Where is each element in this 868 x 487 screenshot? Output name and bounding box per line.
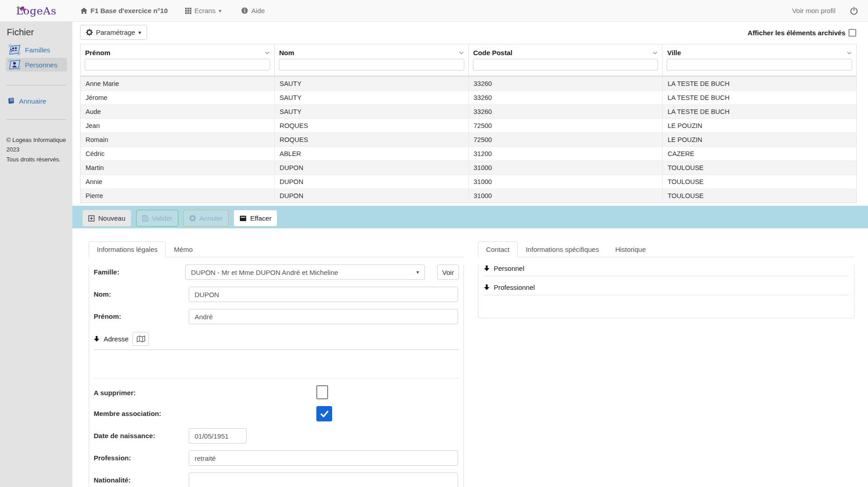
copyright-line1: © Logeas Informatique 2023 (6, 135, 66, 155)
prenom-label: Prénom: (94, 309, 189, 320)
column-label: Nom (279, 49, 294, 57)
filter-input-nom[interactable] (279, 59, 464, 71)
tab-informations-legales[interactable]: Informations légales (89, 241, 166, 257)
sidebar-divider (6, 119, 66, 120)
action-toolbar: Nouveau Valider Annuler Effacer (72, 206, 868, 228)
famille-select[interactable]: DUPON - Mr et Mme DUPON André et Micheli… (185, 265, 425, 280)
a-supprimer-label: A supprimer: (94, 385, 189, 397)
date-naissance-input[interactable] (189, 428, 247, 444)
nouveau-button[interactable]: Nouveau (82, 210, 131, 227)
nav-aide-label: Aide (251, 7, 265, 14)
section-personnel[interactable]: Personnel (484, 265, 849, 276)
membre-association-checkbox[interactable] (316, 406, 332, 421)
familles-icon (8, 44, 21, 56)
column-header-ville[interactable]: Ville (663, 44, 857, 77)
save-icon (142, 215, 148, 222)
sidebar-title: Fichier (7, 27, 72, 38)
membre-association-label: Membre association: (94, 406, 189, 417)
parametrage-button[interactable]: Paramétrage ▾ (80, 25, 147, 40)
show-archived-control: Afficher les éléments archivés (748, 29, 856, 37)
left-panel-tabs: Informations légales Mémo (89, 241, 464, 257)
sidebar-item-annuaire[interactable]: Annuaire (6, 96, 67, 106)
sidebar-item-label: Annuaire (19, 97, 46, 105)
chevron-down-icon: ▾ (219, 8, 221, 14)
column-header-nom[interactable]: Nom (274, 44, 468, 77)
sidebar-item-label: Personnes (25, 61, 57, 69)
adresse-section-label[interactable]: Adresse (104, 335, 129, 343)
table-row[interactable]: RomainROQUES72500LE POUZIN (81, 133, 857, 147)
famille-label: Famille: (94, 265, 185, 276)
arrow-down-icon (484, 265, 490, 271)
famille-selected-value: DUPON - Mr et Mme DUPON André et Micheli… (191, 269, 338, 276)
prenom-input[interactable] (189, 309, 458, 324)
nationalite-input[interactable] (189, 473, 458, 487)
table-row[interactable]: AudeSAUTY33260LA TESTE DE BUCH (81, 105, 857, 119)
person-form: Famille: DUPON - Mr et Mme DUPON André e… (89, 265, 464, 487)
logo[interactable]: LogeAs (0, 5, 72, 17)
annuler-label: Annuler (200, 214, 223, 222)
tab-memo[interactable]: Mémo (166, 241, 201, 257)
arrow-down-icon (484, 284, 490, 290)
tab-informations-specifiques[interactable]: Informations spécifiques (518, 241, 607, 257)
table-row[interactable]: JéromeSAUTY33260LA TESTE DE BUCH (81, 91, 857, 105)
nom-label: Nom: (94, 287, 189, 298)
nationalite-label: Nationalité: (94, 473, 189, 484)
person-detail-panel: Informations légales Mémo Famille: DUPON… (89, 241, 464, 487)
table-row[interactable]: PierreDUPON31000TOULOUSE (81, 189, 857, 203)
nav-home-label: F1 Base d'exercice n°10 (91, 7, 168, 14)
filter-input-ville[interactable] (667, 59, 852, 71)
effacer-button[interactable]: Effacer (234, 210, 277, 227)
table-row[interactable]: Anne MarieSAUTY33260LA TESTE DE BUCH (81, 77, 857, 91)
section-divider (94, 378, 459, 378)
table-row[interactable]: AnnieDUPON31000TOULOUSE (81, 175, 857, 189)
chevron-down-icon[interactable] (459, 51, 464, 55)
contact-panel-body: Personnel Professionnel (478, 265, 854, 318)
tab-contact[interactable]: Contact (478, 241, 518, 257)
parametrage-label: Paramétrage (96, 28, 135, 36)
table-row[interactable]: CédricABLER31200CAZERE (81, 147, 857, 161)
circle-x-icon (189, 215, 196, 222)
show-archived-checkbox[interactable] (849, 29, 856, 37)
a-supprimer-checkbox[interactable] (316, 385, 328, 399)
logout-button[interactable] (850, 7, 858, 15)
power-icon (850, 7, 858, 15)
logo-butterfly-icon (16, 5, 26, 12)
persons-table: Prénom Nom Code Postal (80, 44, 857, 203)
sidebar-item-familles[interactable]: Familles (6, 43, 67, 57)
chevron-down-icon[interactable] (653, 51, 658, 55)
profile-link[interactable]: Voir mon profil (792, 7, 835, 14)
voir-button[interactable]: Voir (437, 265, 459, 280)
profile-label: Voir mon profil (792, 7, 835, 14)
top-navbar: LogeAs F1 Base d'exercice n°10 Ecrans ▾ (0, 0, 868, 22)
map-icon (137, 336, 145, 342)
nav-home-link[interactable]: F1 Base d'exercice n°10 (81, 7, 168, 14)
sidebar: Fichier Familles Personnes (0, 22, 72, 487)
nom-input[interactable] (189, 287, 458, 302)
annuler-button[interactable]: Annuler (183, 210, 229, 227)
chevron-down-icon[interactable] (847, 51, 852, 55)
valider-button[interactable]: Valider (136, 210, 179, 227)
filter-input-prenom[interactable] (85, 59, 270, 71)
sidebar-item-personnes[interactable]: Personnes (6, 58, 67, 71)
table-row[interactable]: MartinDUPON31000TOULOUSE (81, 161, 857, 175)
table-row[interactable]: JeanROQUES72500LE POUZIN (81, 119, 857, 133)
section-professionnel[interactable]: Professionnel (484, 284, 849, 295)
right-panel-tabs: Contact Informations spécifiques Histori… (478, 241, 854, 257)
show-archived-label: Afficher les éléments archivés (748, 29, 845, 37)
eraser-icon (239, 215, 247, 222)
chevron-down-icon[interactable] (265, 51, 270, 55)
column-label: Code Postal (473, 49, 513, 57)
book-icon (8, 97, 15, 105)
info-icon (241, 7, 248, 14)
nav-ecrans-menu[interactable]: Ecrans ▾ (185, 7, 222, 14)
check-icon (320, 410, 329, 418)
column-header-code-postal[interactable]: Code Postal (468, 44, 663, 77)
profession-input[interactable] (189, 450, 458, 466)
nav-aide-link[interactable]: Aide (241, 7, 265, 14)
filter-input-code-postal[interactable] (473, 59, 658, 71)
gear-icon (86, 29, 93, 36)
map-button[interactable] (133, 332, 149, 346)
tab-historique[interactable]: Historique (607, 241, 654, 257)
main-content: Paramétrage ▾ Afficher les éléments arch… (72, 22, 868, 487)
column-header-prenom[interactable]: Prénom (81, 44, 275, 77)
